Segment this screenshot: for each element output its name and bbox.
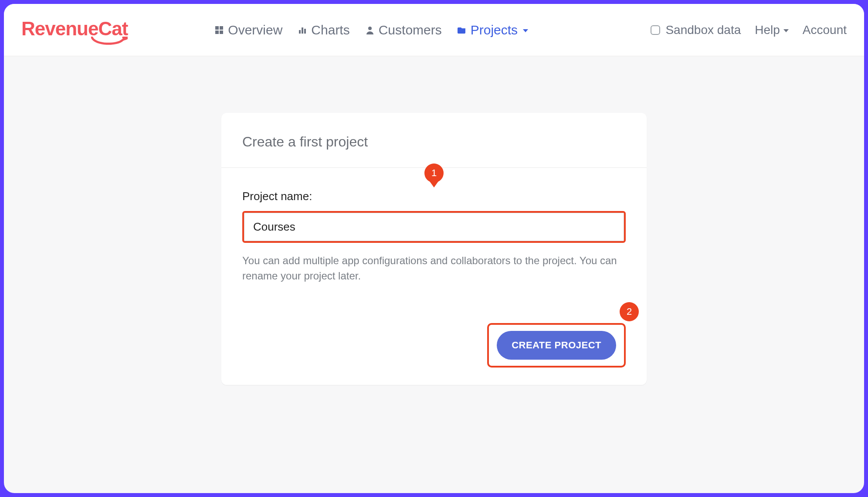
checkbox-icon [651,25,660,35]
nav-projects-label: Projects [471,23,518,37]
card-body: 1 Project name: You can add multiple app… [221,168,647,368]
chevron-down-icon [783,29,789,32]
svg-rect-2 [215,31,219,34]
svg-rect-0 [215,26,219,30]
sandbox-label: Sandbox data [665,23,741,37]
bar-chart-icon [298,26,307,34]
sandbox-toggle[interactable]: Sandbox data [651,23,741,37]
card-header: Create a first project [221,113,647,168]
annotation-marker-2: 2 [620,302,639,321]
create-button-highlight: 2 CREATE PROJECT [487,323,626,368]
folder-icon [458,26,466,34]
nav-charts[interactable]: Charts [298,23,349,37]
nav-customers-label: Customers [379,23,442,37]
nav-help-label: Help [755,23,780,37]
annotation-pointer-icon [430,181,438,187]
annotation-badge: 1 [424,163,444,183]
annotation-badge: 2 [620,302,639,321]
top-nav: RevenueCat Overview Charts [4,4,864,56]
nav-overview-label: Overview [228,23,282,37]
project-name-highlight [242,211,626,243]
nav-charts-label: Charts [311,23,349,37]
project-name-helper: You can add multiple app configurations … [242,253,621,284]
svg-rect-3 [220,31,223,34]
nav-account[interactable]: Account [803,23,847,37]
annotation-marker-1: 1 [424,163,444,190]
card-title: Create a first project [242,134,626,150]
svg-point-7 [368,27,372,30]
user-icon [366,26,374,34]
nav-right: Sandbox data Help Account [651,23,847,37]
logo-tail-icon [91,37,128,46]
project-name-input[interactable] [244,213,624,241]
brand-text: RevenueCat [21,18,128,39]
nav-customers[interactable]: Customers [366,23,442,37]
project-name-label: Project name: [242,190,626,203]
svg-rect-1 [220,26,223,30]
main-content: Create a first project 1 Project name: Y… [4,56,864,493]
primary-nav: Overview Charts Customers Projects [215,23,528,37]
nav-help[interactable]: Help [755,23,789,37]
button-row: 2 CREATE PROJECT [242,323,626,368]
nav-projects[interactable]: Projects [458,23,528,37]
nav-account-label: Account [803,23,847,37]
chevron-down-icon [523,29,528,32]
nav-overview[interactable]: Overview [215,23,282,37]
svg-rect-6 [304,29,306,34]
create-project-button[interactable]: CREATE PROJECT [497,331,616,360]
dashboard-icon [215,26,224,34]
create-project-card: Create a first project 1 Project name: Y… [221,113,647,385]
brand-logo[interactable]: RevenueCat [21,19,128,38]
app-frame: RevenueCat Overview Charts [4,4,864,493]
svg-rect-5 [302,27,303,34]
svg-rect-4 [299,30,301,34]
